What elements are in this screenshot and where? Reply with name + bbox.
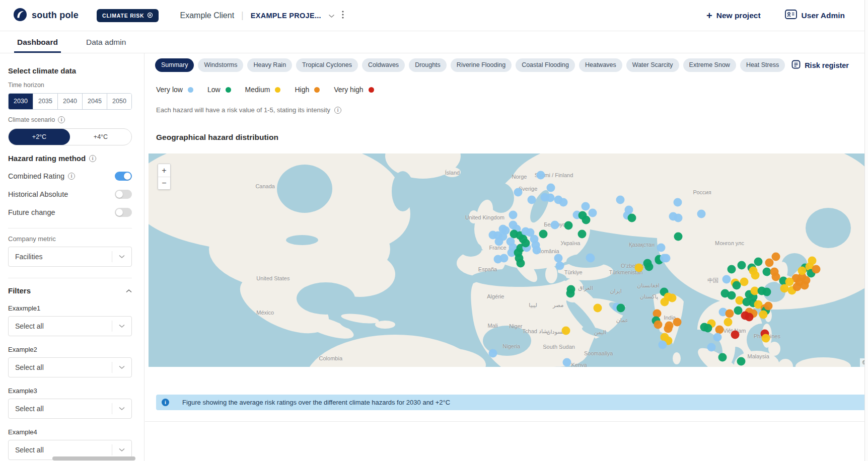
hazard-dot[interactable] [733, 281, 741, 290]
hazard-dot[interactable] [673, 318, 681, 326]
hazard-dot[interactable] [660, 254, 668, 263]
kebab-menu-icon[interactable] [342, 10, 344, 21]
hazard-dot[interactable] [546, 194, 554, 202]
hazard-dot[interactable] [577, 229, 586, 238]
hazard-dot[interactable] [559, 198, 567, 207]
risk-register-button[interactable]: Risk register [791, 60, 849, 70]
hazard-dot[interactable] [634, 263, 643, 272]
hazard-dot[interactable] [522, 239, 530, 248]
filters-header[interactable]: Filters [8, 286, 132, 295]
hazard-dot[interactable] [627, 214, 636, 222]
hazard-chip-heatwaves[interactable]: Heatwaves [579, 58, 622, 72]
hazard-dot[interactable] [514, 188, 522, 197]
time-horizon-2030[interactable]: 2030 [9, 94, 33, 109]
hazard-chip-coastal-flooding[interactable]: Coastal Flooding [516, 58, 575, 72]
info-icon[interactable] [68, 173, 75, 180]
hazard-dot[interactable] [555, 262, 564, 270]
filter-select-example3[interactable]: Select all [8, 399, 132, 419]
hazard-dot[interactable] [654, 321, 663, 329]
filter-select-exaxmple1[interactable]: Select all [8, 316, 132, 336]
hazard-dot[interactable] [547, 183, 555, 192]
hazard-dot[interactable] [589, 208, 597, 217]
hazard-dot[interactable] [564, 221, 572, 229]
hazard-dot[interactable] [765, 259, 773, 267]
hazard-chip-coldwaves[interactable]: Coldwaves [362, 58, 405, 72]
hazard-dot[interactable] [539, 229, 547, 238]
toggle-combined-rating[interactable] [115, 172, 132, 181]
hazard-dot[interactable] [674, 198, 682, 207]
hazard-chip-summary[interactable]: Summary [155, 58, 194, 72]
hazard-dot[interactable] [674, 214, 683, 222]
hazard-dot[interactable] [697, 209, 706, 218]
time-horizon-2045[interactable]: 2045 [82, 94, 107, 109]
hazard-chip-water-scarcity[interactable]: Water Scarcity [626, 58, 679, 72]
hazard-dot[interactable] [738, 261, 746, 270]
filter-select-example2[interactable]: Select all [8, 357, 132, 377]
info-icon[interactable] [58, 116, 65, 123]
tab-data-admin[interactable]: Data admin [83, 31, 129, 53]
zoom-out-button[interactable]: − [158, 177, 170, 189]
user-admin-button[interactable]: User Admin [785, 10, 845, 21]
toggle-future-change[interactable] [115, 208, 132, 217]
time-horizon-2040[interactable]: 2040 [57, 94, 82, 109]
hazard-dot[interactable] [764, 302, 773, 311]
hazard-dot[interactable] [812, 265, 820, 273]
hazard-dot[interactable] [659, 340, 667, 349]
hazard-dot[interactable] [617, 303, 625, 312]
hazard-chip-windstorms[interactable]: Windstorms [198, 58, 243, 72]
hazard-dot[interactable] [771, 273, 780, 281]
hazard-dot[interactable] [500, 254, 509, 263]
hazard-dot[interactable] [763, 288, 771, 296]
hazard-dot[interactable] [724, 318, 733, 326]
hazard-chip-heavy-rain[interactable]: Heavy Rain [247, 58, 292, 72]
hazard-dot[interactable] [798, 267, 807, 275]
hazard-dot[interactable] [722, 275, 731, 284]
hazard-dot[interactable] [726, 310, 734, 318]
hazard-chip-extreme-snow[interactable]: Extreme Snow [683, 58, 736, 72]
hazard-dot[interactable] [495, 238, 503, 246]
hazard-dot[interactable] [643, 259, 652, 267]
hazard-dot[interactable] [517, 259, 525, 267]
hazard-dot[interactable] [800, 281, 809, 290]
info-icon[interactable] [89, 155, 96, 162]
chevron-down-icon[interactable] [328, 11, 335, 20]
hazard-dot[interactable] [582, 215, 591, 224]
hazard-dot[interactable] [718, 353, 727, 361]
hazard-chip-droughts[interactable]: Droughts [409, 58, 447, 72]
hazard-dot[interactable] [616, 196, 624, 204]
hazard-dot[interactable] [745, 313, 753, 322]
hazard-dot[interactable] [587, 254, 595, 263]
hazard-dot[interactable] [785, 277, 793, 286]
geographical-hazard-map[interactable]: + − © CanadaUnited StatesMéxicoColombiaÍ… [149, 153, 868, 367]
hazard-dot[interactable] [737, 357, 745, 365]
hazard-dot[interactable] [488, 349, 497, 357]
hazard-dot[interactable] [527, 196, 536, 204]
hazard-dot[interactable] [537, 171, 545, 179]
company-metric-select[interactable]: Facilities [8, 247, 132, 267]
time-horizon-2035[interactable]: 2035 [33, 94, 57, 109]
hazard-dot[interactable] [771, 252, 780, 261]
hazard-dot[interactable] [674, 232, 683, 241]
hazard-dot[interactable] [657, 243, 666, 252]
tab-dashboard[interactable]: Dashboard [14, 31, 61, 53]
project-selector[interactable]: EXAMPLE PROJE... [251, 12, 321, 20]
hazard-dot[interactable] [668, 294, 676, 302]
toggle-historical-absolute[interactable] [115, 190, 132, 199]
hazard-dot[interactable] [754, 257, 763, 266]
hazard-dot[interactable] [664, 325, 673, 333]
hazard-dot[interactable] [509, 211, 517, 219]
hazard-dot[interactable] [731, 330, 740, 339]
hazard-dot[interactable] [704, 324, 712, 332]
zoom-in-button[interactable]: + [158, 164, 170, 177]
hazard-dot[interactable] [734, 306, 743, 315]
hazard-chip-tropical-cyclones[interactable]: Tropical Cyclones [296, 58, 358, 72]
hazard-dot[interactable] [594, 303, 602, 312]
hazard-dot[interactable] [532, 246, 541, 255]
scenario--2-c[interactable]: +2°C [9, 129, 70, 145]
hazard-dot[interactable] [761, 334, 770, 343]
time-horizon-2050[interactable]: 2050 [107, 94, 131, 109]
hazard-dot[interactable] [713, 333, 721, 342]
hazard-chip-heat-stress[interactable]: Heat Stress [740, 58, 785, 72]
hazard-dot[interactable] [728, 291, 736, 299]
scenario--4-c[interactable]: +4°C [70, 129, 131, 145]
